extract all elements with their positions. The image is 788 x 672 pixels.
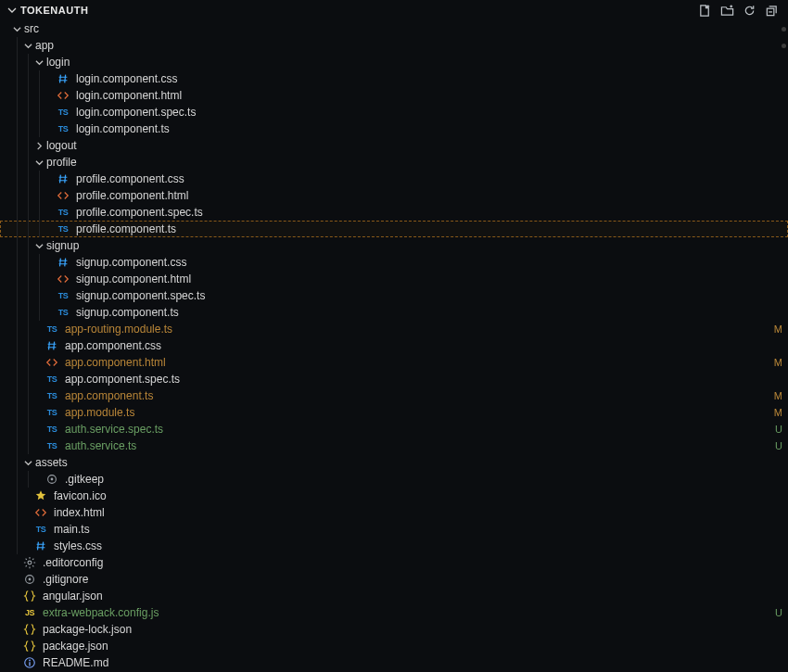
refresh-icon[interactable] bbox=[742, 3, 756, 18]
tree-folder[interactable]: logout bbox=[0, 137, 788, 154]
chevron-down-icon[interactable] bbox=[22, 40, 33, 51]
tree-folder[interactable]: login bbox=[0, 54, 788, 70]
braces-icon bbox=[22, 622, 37, 637]
item-label: package-lock.json bbox=[43, 623, 132, 636]
open-editor-dot bbox=[782, 27, 786, 32]
ts-icon: TS bbox=[44, 322, 59, 336]
hash-icon bbox=[56, 171, 70, 186]
chevron-down-icon[interactable] bbox=[11, 23, 22, 34]
tree-file[interactable]: signup.component.css bbox=[0, 254, 788, 271]
tree-file[interactable]: login.component.css bbox=[0, 70, 788, 87]
new-folder-icon[interactable] bbox=[719, 3, 734, 18]
hash-icon bbox=[33, 539, 48, 553]
tree-file[interactable]: profile.component.css bbox=[0, 171, 788, 187]
ts-icon: TS bbox=[56, 305, 70, 320]
item-label: app.component.spec.ts bbox=[65, 373, 180, 386]
git-status-badge: U bbox=[775, 440, 782, 451]
item-label: login bbox=[46, 56, 70, 69]
tree-file[interactable]: TSlogin.component.ts bbox=[0, 120, 788, 137]
tree-file[interactable]: index.html bbox=[0, 504, 788, 521]
item-label: signup bbox=[46, 239, 79, 252]
tree-file[interactable]: .gitignore bbox=[0, 571, 788, 588]
ts-icon: TS bbox=[56, 105, 70, 120]
item-label: index.html bbox=[54, 506, 105, 519]
explorer-header: TOKENAUTH bbox=[0, 0, 788, 20]
ts-icon: TS bbox=[56, 205, 70, 220]
angle-icon bbox=[33, 505, 48, 520]
tree-file[interactable]: .gitkeep bbox=[0, 471, 788, 488]
svg-point-7 bbox=[29, 660, 31, 662]
tree-file[interactable]: TSsignup.component.ts bbox=[0, 304, 788, 321]
tree-file[interactable]: TSauth.service.tsU bbox=[0, 437, 788, 454]
tree-file[interactable]: JSextra-webpack.config.jsU bbox=[0, 604, 788, 621]
tree-folder[interactable]: src bbox=[0, 20, 788, 37]
braces-icon bbox=[22, 589, 37, 603]
tree-folder[interactable]: assets bbox=[0, 454, 788, 471]
tree-folder[interactable]: signup bbox=[0, 237, 788, 254]
js-icon: JS bbox=[22, 605, 37, 620]
tree-file[interactable]: TSmain.ts bbox=[0, 521, 788, 538]
item-label: signup.component.css bbox=[76, 256, 186, 269]
tree-file[interactable]: README.md bbox=[0, 654, 788, 671]
item-label: src bbox=[24, 22, 39, 35]
item-label: app-routing.module.ts bbox=[65, 323, 172, 336]
tree-folder[interactable]: profile bbox=[0, 154, 788, 171]
item-label: main.ts bbox=[54, 523, 90, 536]
tree-file[interactable]: profile.component.html bbox=[0, 187, 788, 204]
tree-file[interactable]: package-lock.json bbox=[0, 621, 788, 638]
tree-file[interactable]: login.component.html bbox=[0, 87, 788, 104]
chevron-down-icon[interactable] bbox=[6, 4, 19, 17]
tree-file[interactable]: TSapp-routing.module.tsM bbox=[0, 321, 788, 337]
chevron-down-icon[interactable] bbox=[22, 457, 33, 468]
tree-file[interactable]: favicon.ico bbox=[0, 488, 788, 504]
hash-icon bbox=[56, 255, 70, 270]
info-icon bbox=[22, 655, 37, 670]
file-tree: srcapploginlogin.component.csslogin.comp… bbox=[0, 20, 788, 671]
gear-icon bbox=[22, 555, 37, 570]
item-label: app.module.ts bbox=[65, 406, 134, 419]
tree-file[interactable]: package.json bbox=[0, 638, 788, 654]
tree-file[interactable]: .editorconfig bbox=[0, 554, 788, 571]
tree-file[interactable]: app.component.htmlM bbox=[0, 354, 788, 371]
tree-file[interactable]: app.component.css bbox=[0, 337, 788, 354]
tree-file[interactable]: styles.css bbox=[0, 538, 788, 554]
chevron-right-icon[interactable] bbox=[33, 140, 44, 151]
chevron-down-icon[interactable] bbox=[33, 240, 44, 251]
dot-icon bbox=[44, 472, 59, 487]
tree-folder[interactable]: app bbox=[0, 37, 788, 54]
item-label: package.json bbox=[43, 640, 108, 653]
svg-point-5 bbox=[29, 578, 32, 581]
item-label: favicon.ico bbox=[54, 489, 107, 502]
angle-icon bbox=[56, 272, 70, 286]
item-label: angular.json bbox=[43, 590, 103, 602]
git-status-badge: M bbox=[774, 323, 782, 335]
item-label: auth.service.spec.ts bbox=[65, 423, 163, 436]
tree-file[interactable]: TSauth.service.spec.tsU bbox=[0, 421, 788, 437]
git-status-badge: U bbox=[775, 607, 782, 618]
tree-file[interactable]: TSprofile.component.ts bbox=[0, 221, 788, 237]
tree-file[interactable]: TSprofile.component.spec.ts bbox=[0, 204, 788, 221]
item-label: assets bbox=[35, 456, 68, 469]
tree-file[interactable]: signup.component.html bbox=[0, 271, 788, 287]
item-label: profile.component.ts bbox=[76, 222, 176, 235]
chevron-down-icon[interactable] bbox=[33, 57, 44, 68]
tree-file[interactable]: TSapp.module.tsM bbox=[0, 404, 788, 421]
git-status-badge: M bbox=[774, 390, 782, 401]
item-label: extra-webpack.config.js bbox=[43, 606, 159, 619]
item-label: README.md bbox=[43, 656, 108, 669]
tree-file[interactable]: TSsignup.component.spec.ts bbox=[0, 287, 788, 304]
item-label: app bbox=[35, 39, 54, 52]
item-label: profile.component.css bbox=[76, 172, 184, 185]
item-label: login.component.html bbox=[76, 89, 182, 102]
collapse-all-icon[interactable] bbox=[764, 3, 779, 18]
new-file-icon[interactable] bbox=[697, 3, 712, 18]
item-label: logout bbox=[46, 139, 77, 152]
tree-file[interactable]: TSlogin.component.spec.ts bbox=[0, 104, 788, 120]
item-label: auth.service.ts bbox=[65, 439, 136, 452]
tree-file[interactable]: TSapp.component.spec.ts bbox=[0, 371, 788, 387]
tree-file[interactable]: TSapp.component.tsM bbox=[0, 387, 788, 404]
explorer-actions bbox=[697, 3, 782, 18]
ts-icon: TS bbox=[56, 222, 70, 236]
chevron-down-icon[interactable] bbox=[33, 157, 44, 168]
tree-file[interactable]: angular.json bbox=[0, 588, 788, 604]
